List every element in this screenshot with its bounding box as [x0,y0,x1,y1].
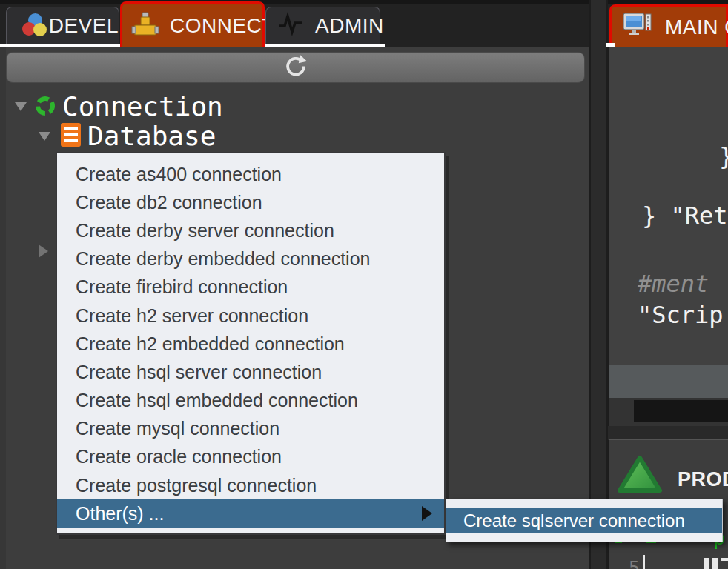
output-input-box[interactable] [634,400,728,422]
right-panel-gap [608,426,728,439]
monitor-icon [622,11,655,44]
tab-admin-label: ADMIN [315,14,384,38]
output-code-area[interactable]: } } "Ret #ment "Scrip [608,47,728,365]
left-panel-edge [0,47,6,569]
menu-item-others[interactable]: Other(s) ... [57,499,444,528]
right-tab-underline-tick [606,43,615,47]
gray-char-fragment: 5 [629,557,640,569]
output-divider-bar[interactable] [608,365,728,398]
tab-main-output-label: MAIN OU [665,16,728,39]
tab-connect[interactable]: CONNECT [120,1,265,47]
network-connector-icon [131,10,159,41]
submenu: Create sqlserver connection [446,499,723,542]
menu-item-h2-embedded[interactable]: Create h2 embedded connection [57,330,444,358]
tree-expander-connection[interactable] [15,102,27,111]
menu-item-oracle[interactable]: Create oracle connection [57,443,444,471]
menu-item-mysql[interactable]: Create mysql connection [57,415,444,443]
tab-main-output[interactable]: MAIN OU [609,4,728,47]
color-circles-icon [21,13,39,39]
code-line-4: "Scrip [638,301,724,329]
connection-icon [34,95,56,120]
menu-item-postgresql[interactable]: Create postgresql connection [57,471,444,499]
submenu-arrow-icon [422,506,432,521]
code-line-1: } [719,142,728,170]
tab-devel[interactable]: DEVEL [6,7,119,44]
code-comment: #ment [638,270,709,298]
env-label: PROD [678,468,728,491]
menu-item-db2[interactable]: Create db2 connection [57,188,444,216]
menu-item-h2-server[interactable]: Create h2 server connection [57,302,444,330]
tab-connect-label: CONNECT [170,14,275,38]
panel-divider[interactable] [589,0,608,569]
cursor-line-fragment [643,555,645,569]
tab-devel-label: DEVEL [49,14,119,38]
tab-admin[interactable]: ADMIN [265,7,380,44]
database-icon [61,123,81,150]
menu-item-hsql-embedded[interactable]: Create hsql embedded connection [57,387,444,415]
menu-item-firebird[interactable]: Create firebird connection [57,273,444,302]
tab-underline-right [265,44,385,47]
menu-item-derby-server[interactable]: Create derby server connection [57,216,444,244]
tree-node-connection[interactable]: Connection [62,92,223,122]
white-mark-fragment-b [712,558,718,569]
white-mark-fragment-a [704,558,709,569]
context-menu: Create as400 connection Create db2 conne… [56,152,446,535]
tab-underline-left [0,44,120,47]
refresh-button[interactable] [6,52,585,83]
code-line-2: } "Ret [642,202,728,230]
menu-item-others-label: Other(s) ... [76,503,164,525]
tree-node-database[interactable]: Database [87,122,216,151]
menu-item-hsql-server[interactable]: Create hsql server connection [57,358,444,386]
submenu-item-sqlserver[interactable]: Create sqlserver connection [446,508,722,533]
white-mark-fragment-c [721,558,728,561]
pulse-icon [277,10,305,41]
tree-expander-hidden[interactable] [39,244,48,258]
refresh-icon [283,53,308,81]
green-triangle-icon [615,453,664,498]
app-window: DEVEL CONNECT ADMIN [0,0,728,569]
menu-item-derby-embedded[interactable]: Create derby embedded connection [57,245,444,273]
tree-expander-database[interactable] [39,132,50,141]
menu-item-as400[interactable]: Create as400 connection [57,160,444,188]
